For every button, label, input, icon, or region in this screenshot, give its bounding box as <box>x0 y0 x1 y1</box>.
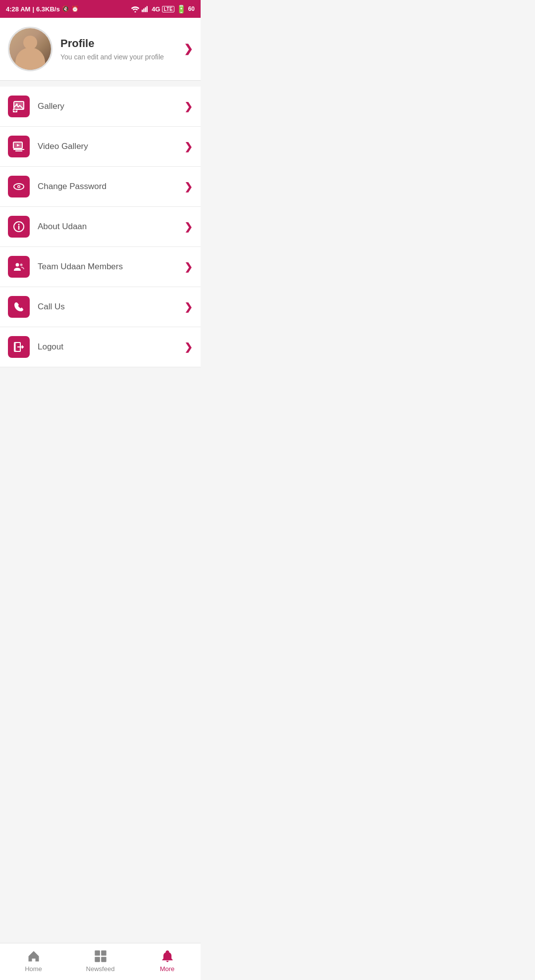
status-bar: 4:28 AM | 6.3KB/s 🔇 ⏰ 4G LTE 🔋 60 <box>0 0 201 18</box>
gallery-icon <box>13 100 25 112</box>
phone-icon <box>13 301 25 313</box>
lte-badge: LTE <box>162 6 174 12</box>
mute-icon: 🔇 <box>62 5 69 12</box>
svg-rect-2 <box>143 8 144 12</box>
menu-item-team-udaan[interactable]: Team Udaan Members ❯ <box>0 247 201 287</box>
call-us-icon-wrap <box>8 296 30 318</box>
svg-rect-1 <box>142 10 143 12</box>
call-us-label: Call Us <box>30 302 184 312</box>
menu-item-logout[interactable]: Logout ❯ <box>0 327 201 367</box>
time-display: 4:28 AM <box>6 5 30 13</box>
logout-icon-wrap <box>8 336 30 358</box>
avatar <box>8 27 53 71</box>
battery-icon: 🔋 <box>176 4 186 14</box>
svg-rect-4 <box>147 6 148 12</box>
battery-level: 60 <box>188 5 195 12</box>
content-wrapper: Profile You can edit and view your profi… <box>0 18 201 654</box>
network-speed: | <box>32 5 34 13</box>
change-password-chevron-icon: ❯ <box>184 181 193 193</box>
about-udaan-chevron-icon: ❯ <box>184 221 193 233</box>
video-gallery-icon-wrap <box>8 136 30 157</box>
gallery-label: Gallery <box>30 101 184 111</box>
menu-item-gallery[interactable]: Gallery ❯ <box>0 87 201 127</box>
call-us-chevron-icon: ❯ <box>184 301 193 313</box>
logout-chevron-icon: ❯ <box>184 341 193 353</box>
about-udaan-icon-wrap <box>8 216 30 238</box>
team-icon <box>13 261 25 273</box>
alarm-icon: ⏰ <box>71 5 79 12</box>
change-password-icon-wrap <box>8 176 30 197</box>
team-udaan-chevron-icon: ❯ <box>184 261 193 273</box>
network-type: 4G <box>152 5 160 13</box>
menu-item-call-us[interactable]: Call Us ❯ <box>0 287 201 327</box>
profile-info: Profile You can edit and view your profi… <box>53 37 184 61</box>
menu-item-change-password[interactable]: Change Password ❯ <box>0 167 201 207</box>
status-left: 4:28 AM | 6.3KB/s 🔇 ⏰ <box>6 5 79 13</box>
avatar-image <box>9 28 51 70</box>
gallery-icon-wrap <box>8 96 30 117</box>
svg-rect-3 <box>145 7 146 12</box>
gallery-chevron-icon: ❯ <box>184 100 193 112</box>
status-right: 4G LTE 🔋 60 <box>131 4 195 14</box>
svg-point-23 <box>20 264 23 266</box>
signal-icon <box>142 5 150 12</box>
svg-point-18 <box>18 186 20 188</box>
network-speed-value: 6.3KB/s <box>36 5 60 13</box>
logout-icon <box>13 341 25 353</box>
team-udaan-label: Team Udaan Members <box>30 262 184 272</box>
menu-item-about-udaan[interactable]: About Udaan ❯ <box>0 207 201 247</box>
eye-icon <box>13 181 25 193</box>
video-gallery-chevron-icon: ❯ <box>184 141 193 152</box>
profile-chevron-icon: ❯ <box>184 43 193 55</box>
logout-label: Logout <box>30 342 184 352</box>
video-gallery-label: Video Gallery <box>30 142 184 151</box>
menu-item-video-gallery[interactable]: Video Gallery ❯ <box>0 127 201 167</box>
profile-subtitle: You can edit and view your profile <box>60 53 184 61</box>
svg-point-22 <box>16 263 19 267</box>
profile-title: Profile <box>60 37 184 50</box>
svg-point-21 <box>18 224 20 225</box>
wifi-icon <box>131 5 140 12</box>
change-password-label: Change Password <box>30 182 184 192</box>
empty-space <box>0 367 201 615</box>
profile-section[interactable]: Profile You can edit and view your profi… <box>0 18 201 81</box>
svg-point-0 <box>135 11 136 13</box>
team-udaan-icon-wrap <box>8 256 30 278</box>
about-udaan-label: About Udaan <box>30 222 184 232</box>
info-icon <box>13 221 25 233</box>
menu-list: Gallery ❯ Video Gallery ❯ <box>0 87 201 367</box>
video-gallery-icon <box>13 141 25 152</box>
